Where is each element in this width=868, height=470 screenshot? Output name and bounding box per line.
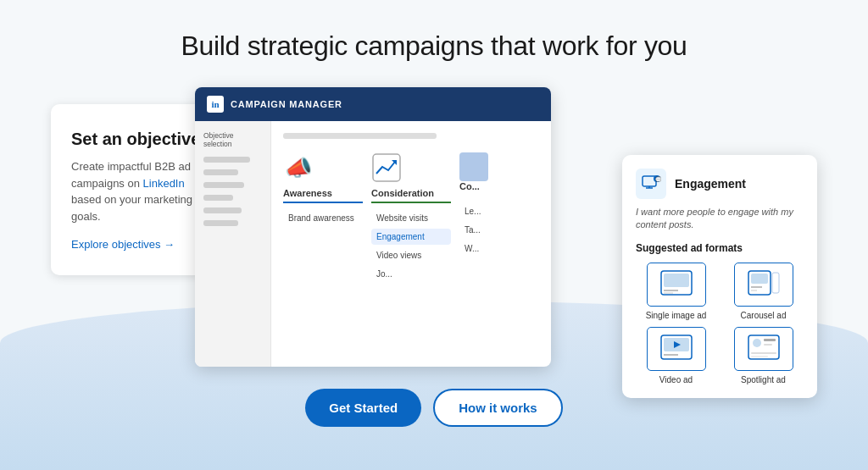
sidebar-bar-3 xyxy=(203,182,244,188)
video-ad-label: Video ad xyxy=(659,375,693,384)
conv-item-1[interactable]: Le... xyxy=(459,203,539,219)
conv-item-2[interactable]: Ta... xyxy=(459,222,539,238)
carousel-label: Carousel ad xyxy=(741,311,787,320)
suggested-formats-title: Suggested ad formats xyxy=(636,242,804,254)
svg-rect-24 xyxy=(751,352,776,354)
sidebar-bar-6 xyxy=(203,220,238,226)
engagement-detail-card: 💬 Engagement I want more people to engag… xyxy=(622,155,817,398)
sidebar-bar-2 xyxy=(203,169,238,175)
explore-objectives-link[interactable]: Explore objectives → xyxy=(71,238,175,251)
engagement-card-header: 💬 Engagement xyxy=(636,169,804,199)
ad-format-carousel[interactable]: Carousel ad xyxy=(723,263,804,320)
svg-point-21 xyxy=(753,339,761,347)
sidebar-bar-4 xyxy=(203,195,233,201)
cm-body: Objective selection 📣 Aware xyxy=(195,121,551,367)
svg-rect-23 xyxy=(764,344,772,346)
ad-format-single-image[interactable]: Single image ad xyxy=(636,263,716,320)
carousel-ad-box xyxy=(734,263,793,307)
conversion-label: Co... xyxy=(459,181,480,191)
sidebar-bar-5 xyxy=(203,207,242,213)
objectives-row: 📣 Awareness Brand awareness xyxy=(283,152,539,285)
cm-header: in CAMPAIGN MANAGER xyxy=(195,87,551,121)
sidebar-section-label: Objective selection xyxy=(203,131,262,148)
video-views-item[interactable]: Video views xyxy=(371,247,451,263)
footer-buttons: Get Started How it works xyxy=(305,389,562,427)
engagement-item[interactable]: Engagement xyxy=(371,229,451,245)
svg-text:💬: 💬 xyxy=(655,176,661,183)
conversion-icon xyxy=(459,152,488,181)
svg-rect-13 xyxy=(772,273,779,293)
cm-sidebar: Objective selection xyxy=(195,121,271,367)
svg-rect-8 xyxy=(664,274,689,287)
obj-awareness: 📣 Awareness Brand awareness xyxy=(283,152,363,285)
ad-format-video[interactable]: Video ad xyxy=(636,327,716,384)
awareness-underline xyxy=(283,202,363,203)
get-started-button[interactable]: Get Started xyxy=(305,389,421,427)
svg-rect-25 xyxy=(751,356,768,357)
video-ad-box xyxy=(647,327,706,371)
cm-objectives-main: 📣 Awareness Brand awareness xyxy=(271,121,551,367)
campaign-manager-window: in CAMPAIGN MANAGER Objective selection xyxy=(195,87,551,367)
consideration-underline xyxy=(371,202,451,203)
brand-awareness-item[interactable]: Brand awareness xyxy=(283,210,363,226)
left-card-description: Create impactful B2B ad campaigns on Lin… xyxy=(71,158,209,224)
cm-top-skeleton xyxy=(283,133,437,139)
ad-formats-grid: Single image ad Carousel ad xyxy=(636,263,804,384)
linkedin-logo: in xyxy=(207,96,224,113)
how-it-works-button[interactable]: How it works xyxy=(433,389,563,427)
ad-format-spotlight[interactable]: Spotlight ad xyxy=(723,327,804,384)
website-visits-item[interactable]: Website visits xyxy=(371,210,451,226)
single-image-label: Single image ad xyxy=(646,311,707,320)
job-applicants-item[interactable]: Jo... xyxy=(371,266,451,282)
engagement-heading: Engagement xyxy=(675,177,746,191)
engagement-icon: 💬 xyxy=(636,169,666,199)
conversion-underline xyxy=(459,195,539,196)
awareness-label: Awareness xyxy=(283,188,332,198)
campaign-manager-title: CAMPAIGN MANAGER xyxy=(231,99,342,109)
megaphone-icon: 📣 xyxy=(283,152,314,183)
obj-consideration: Consideration Website visits Engagement … xyxy=(371,152,451,285)
left-card-heading: Set an objective xyxy=(71,128,209,150)
single-image-ad-box xyxy=(647,263,706,307)
consideration-icon xyxy=(371,152,402,183)
sidebar-bar-1 xyxy=(203,157,250,163)
conv-item-3[interactable]: W... xyxy=(459,241,539,257)
svg-rect-0 xyxy=(373,154,400,181)
consideration-label: Consideration xyxy=(371,188,434,198)
obj-conversion: Co... Le... Ta... W... xyxy=(459,152,539,285)
spotlight-label: Spotlight ad xyxy=(741,375,786,384)
spotlight-ad-box xyxy=(734,327,793,371)
engagement-description: I want more people to engage with my con… xyxy=(636,206,804,232)
svg-rect-22 xyxy=(764,339,776,341)
main-content-area: Set an objective Create impactful B2B ad… xyxy=(0,87,868,375)
svg-rect-12 xyxy=(751,274,768,284)
hero-title: Build strategic campaigns that work for … xyxy=(181,30,687,62)
